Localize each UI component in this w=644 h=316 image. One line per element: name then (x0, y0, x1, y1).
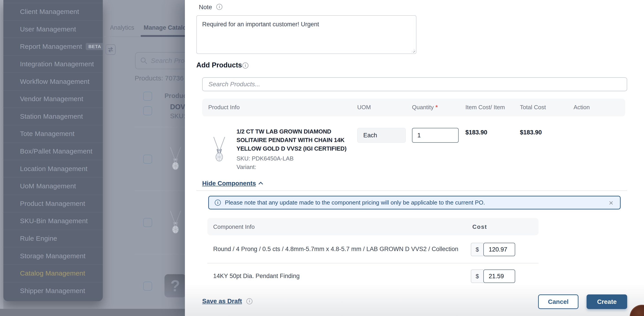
sidebar-item-station-management[interactable]: Station Management (3, 108, 103, 125)
components-table-header (207, 218, 538, 235)
create-button[interactable]: Create (586, 294, 627, 309)
row-divider (135, 191, 191, 191)
sidebar-item-sku-bin-management[interactable]: SKU-Bin Management (3, 212, 103, 230)
sidebar-item-user-management[interactable]: User Management (3, 21, 103, 38)
sidebar-item-rule-engine[interactable]: Rule Engine (3, 230, 103, 247)
component-cost-field: $ (471, 269, 515, 283)
product-variant: Variant: (236, 164, 256, 171)
column-component-info: Component Info (213, 223, 255, 230)
sidebar-item-box-pallet-management[interactable]: Box/Pallet Management (3, 142, 103, 160)
product-image-pendant (212, 136, 226, 161)
component-row-divider (207, 263, 538, 263)
currency-prefix: $ (471, 269, 483, 283)
required-asterisk: * (436, 104, 438, 111)
component-pricing-alert: Please note that any update made to the … (208, 196, 621, 210)
uom-select[interactable]: Each (357, 128, 406, 143)
row-checkbox[interactable] (143, 155, 152, 164)
tab-analytics[interactable]: Analytics (110, 24, 134, 31)
row-checkbox[interactable] (143, 106, 152, 115)
sidebar-item-integration-management[interactable]: Integration Management (3, 55, 103, 73)
add-products-search-input[interactable] (202, 77, 627, 91)
search-icon (140, 57, 148, 65)
component-cost-field: $ (471, 243, 515, 256)
beta-badge: BETA (86, 43, 103, 50)
note-label: Note (199, 4, 212, 11)
sidebar-item-workflow-management[interactable]: Workflow Management (3, 73, 103, 90)
save-draft-info-icon[interactable] (246, 298, 252, 304)
swap-arrows-icon (108, 47, 114, 53)
alert-message: Please note that any update made to the … (225, 199, 608, 206)
row-checkbox[interactable] (143, 218, 152, 227)
bg-row-sku: SKU: (170, 112, 185, 120)
sidebar-item-client-management[interactable]: Client Management (3, 3, 103, 21)
add-products-heading: Add Products (196, 61, 242, 69)
sidebar-item-location-management[interactable]: Location Management (3, 160, 103, 177)
quantity-input[interactable] (412, 128, 459, 143)
collapsed-nav-rail (0, 0, 3, 316)
component-cost-input[interactable] (483, 269, 515, 283)
save-as-draft-link[interactable]: Save as Draft (202, 297, 252, 305)
missing-image-placeholder: ? (164, 274, 186, 297)
column-total-cost: Total Cost (520, 104, 546, 111)
product-thumbnail-pendant (169, 210, 182, 234)
currency-prefix: $ (471, 243, 483, 256)
sidebar-item-uom-management[interactable]: UoM Management (3, 177, 103, 195)
active-tab-underline (141, 35, 190, 37)
column-item-cost: Item Cost/ Item (466, 104, 505, 111)
column-product-info: Product Info (208, 104, 240, 111)
product-sku: SKU: PDK6450A-LAB (236, 155, 294, 162)
column-action: Action (574, 104, 590, 111)
chevron-up-icon (258, 182, 263, 186)
sidebar-item-storage-management[interactable]: Storage Management (3, 247, 103, 264)
section-divider (196, 190, 627, 191)
row-checkbox[interactable] (143, 282, 152, 291)
swap-columns-button[interactable] (106, 44, 116, 55)
tab-manage-catalog[interactable]: Manage Catalog (144, 24, 190, 31)
app-window: Client Management User Management Report… (0, 0, 644, 316)
product-thumbnail-pendant (169, 146, 182, 170)
sidebar-item-tote-management[interactable]: Tote Management (3, 125, 103, 142)
item-cost-value: $183.90 (466, 129, 488, 136)
hide-components-toggle[interactable]: Hide Components (202, 180, 262, 187)
alert-info-icon (215, 200, 221, 206)
sidebar-item-product-management[interactable]: Product Management (3, 195, 103, 212)
sidebar-item-vendor-management[interactable]: Vendor Management (3, 90, 103, 108)
total-cost-value: $183.90 (520, 129, 542, 136)
column-cost: Cost (472, 223, 487, 230)
row-divider (135, 254, 191, 254)
component-row-info: Round / 4 Prong / 0.5 cts / 4.8mm-5.7mm … (213, 246, 458, 253)
product-title: 1/2 CT TW LAB GROWN DIAMOND SOLITAIRE PE… (236, 127, 353, 153)
products-count: Products: 70736 (135, 74, 184, 82)
row-divider (135, 127, 191, 127)
component-row-info: 14KY 50pt Dia. Pendant Finding (213, 273, 300, 280)
add-products-info-icon[interactable] (242, 63, 248, 69)
sidebar-item-catalog-management[interactable]: Catalog Management (3, 264, 103, 282)
alert-close-icon[interactable]: × (608, 199, 614, 207)
note-textarea[interactable]: Required for an important customer! Urge… (196, 15, 416, 54)
column-uom: UOM (357, 104, 371, 111)
select-all-checkbox[interactable] (143, 92, 152, 101)
sidebar: Client Management User Management Report… (3, 0, 103, 301)
note-info-icon[interactable] (216, 4, 222, 10)
cancel-button[interactable]: Cancel (538, 294, 578, 309)
component-cost-input[interactable] (483, 243, 515, 256)
column-quantity: Quantity* (412, 104, 438, 111)
sidebar-item-shipper-management[interactable]: Shipper Management (3, 282, 103, 299)
create-purchase-order-modal: Note Required for an important customer!… (185, 0, 644, 316)
sidebar-item-report-management[interactable]: Report Management BETA (3, 38, 103, 55)
